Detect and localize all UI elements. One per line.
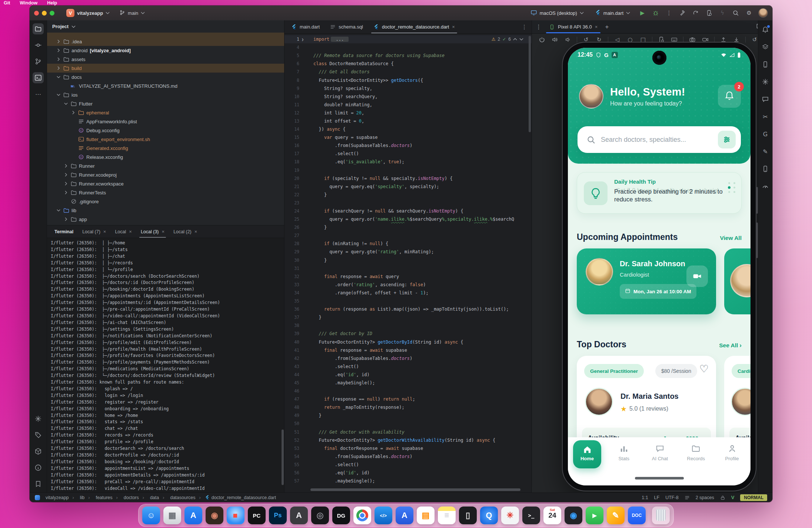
tree-item[interactable]: ios — [47, 90, 284, 99]
commit-tool-icon[interactable] — [33, 40, 44, 51]
code-line[interactable]: 41 final response = await supabase — [284, 346, 532, 354]
editor-vertical-scrollbar[interactable] — [529, 36, 531, 132]
terminal-tool-icon[interactable] — [33, 72, 44, 83]
dock-finder[interactable]: ☺ — [142, 507, 160, 524]
device-manager-icon[interactable] — [705, 9, 713, 17]
code-line[interactable]: 52 Future<DoctorEntity?> getDoctorWithAv… — [284, 436, 532, 444]
code-line[interactable]: 10 String? searchQuery, — [284, 93, 532, 101]
code-line[interactable]: 15 var query = supabase — [284, 133, 532, 141]
search-bar[interactable]: Search doctors, specialties... — [578, 126, 741, 153]
dock-terminal[interactable]: >_ — [522, 507, 540, 524]
tree-item[interactable]: Runner.xcworkspace — [47, 179, 284, 188]
code-line[interactable]: 44 .eq('id', id) — [284, 371, 532, 379]
chevron-icon[interactable] — [57, 40, 61, 43]
Home[interactable]: Home — [573, 440, 601, 468]
dock-chrome[interactable] — [353, 507, 371, 524]
asterisk-tool-icon[interactable] — [33, 413, 44, 424]
code-line[interactable]: 7 /// Get all doctors — [284, 68, 532, 76]
tree-item[interactable]: ephemeral — [47, 108, 284, 117]
terminal-tab[interactable]: Terminal × — [51, 225, 77, 238]
breadcrumb-item[interactable]: datasources — [160, 495, 195, 500]
branch-selector[interactable]: main — [116, 8, 148, 18]
user-avatar[interactable] — [758, 8, 768, 18]
code-line[interactable]: 30 } — [284, 256, 532, 264]
tree-item[interactable]: .gitignore — [47, 197, 284, 206]
dock-photoshop[interactable]: Ps — [269, 507, 287, 524]
code-line[interactable]: 57 .maybeSingle(); — [284, 477, 532, 485]
code-line[interactable]: 21 query = query.eq('specialty', special… — [284, 183, 532, 191]
code-line[interactable]: 22 } — [284, 191, 532, 199]
dock-affinity[interactable]: A — [290, 507, 308, 524]
chevron-icon[interactable] — [64, 102, 69, 106]
run-config-selector[interactable]: main.dart — [592, 8, 633, 18]
separator[interactable] — [577, 37, 577, 43]
editor-tab[interactable]: doctor_remote_datasource.dart × — [368, 20, 460, 33]
code-line[interactable]: 38 — [284, 321, 532, 330]
code-line[interactable]: 55 .select() — [284, 461, 532, 469]
assistant-chat-icon[interactable] — [760, 94, 771, 105]
code-line[interactable]: 14 }) async { — [284, 125, 532, 133]
dock-camera[interactable]: ◎ — [311, 507, 329, 524]
dock-docs[interactable]: DOC — [628, 507, 646, 524]
problems-tool-icon[interactable] — [33, 462, 44, 473]
code-line[interactable]: 18 .eq('is_available', true); — [284, 158, 532, 166]
code-line[interactable]: 27 — [284, 231, 532, 240]
dock-quicktime[interactable]: Q — [480, 507, 498, 524]
build-hammer-icon[interactable] — [678, 9, 686, 17]
sync-icon[interactable] — [692, 9, 700, 17]
code-line[interactable]: 54 .from(SupabaseTables.doctors) — [284, 452, 532, 461]
bookmarks-tool-icon[interactable] — [33, 478, 44, 489]
notifications-button[interactable]: 2 — [718, 85, 741, 108]
code-line[interactable]: 35 — [284, 297, 532, 305]
editor-horizontal-scrollbar[interactable] — [310, 488, 520, 491]
project-tool-icon[interactable] — [33, 23, 44, 34]
code-line[interactable]: 5/// Remote data source for doctors usin… — [284, 51, 532, 60]
code-line[interactable]: 6class DoctorRemoteDataSource { — [284, 60, 532, 68]
AI Chat[interactable]: AI Chat — [647, 440, 673, 468]
separator[interactable] — [745, 37, 746, 43]
dock-iphone[interactable]: ▯ — [459, 507, 477, 524]
code-line[interactable]: 42 .from(SupabaseTables.doctors) — [284, 354, 532, 362]
tree-item[interactable]: app — [47, 215, 284, 224]
tree-item[interactable]: Runner — [47, 161, 284, 170]
code-line[interactable]: 29 query = query.gte('rating', minRating… — [284, 248, 532, 256]
tree-item[interactable]: Generated.xcconfig — [47, 144, 284, 153]
code-line[interactable]: 33 .order('rating', ascending: false) — [284, 281, 532, 289]
code-line[interactable]: 46 — [284, 387, 532, 395]
menu-item[interactable]: Window — [20, 0, 37, 6]
chevron-icon[interactable] — [64, 182, 69, 186]
device-tab[interactable]: Pixel 8 API 36.0 × — [545, 20, 601, 33]
Profile[interactable]: Profile — [719, 440, 745, 468]
tree-item[interactable]: RunnerTests — [47, 188, 284, 197]
doctor-card[interactable]: General Practitioner $80 /Session ♡ Dr. … — [577, 356, 716, 449]
settings-gear-icon[interactable]: ⚙ — [745, 9, 753, 17]
terminal-tab[interactable]: Local (7) × — [79, 225, 110, 238]
gradle-icon[interactable]: G — [760, 128, 771, 140]
indent-setting[interactable]: 2 spaces — [696, 495, 714, 500]
view-all-link[interactable]: View All — [720, 235, 742, 241]
dock-keynote[interactable]: ▤ — [417, 507, 435, 524]
see-all-link[interactable]: See All› — [719, 342, 742, 349]
code-line[interactable]: 51 /// Get doctor with availability — [284, 428, 532, 436]
code-line[interactable]: 19 — [284, 166, 532, 174]
close-tab-icon[interactable]: × — [194, 229, 197, 234]
chevron-icon[interactable] — [57, 75, 61, 79]
close-tab-icon[interactable]: × — [162, 229, 165, 234]
add-device-icon[interactable]: + — [605, 23, 609, 31]
debug-button[interactable] — [652, 9, 660, 17]
layers-icon[interactable] — [760, 41, 771, 53]
caret-position[interactable]: 1:1 — [642, 495, 648, 500]
breadcrumb-item[interactable]: lib — [70, 495, 85, 500]
dock-facetime[interactable]: ▸ — [586, 507, 603, 524]
terminal-output[interactable]: I/flutter (26350): │ ├─/homeI/flutter (2… — [47, 238, 281, 492]
editor-options-icon[interactable]: ⋮ — [522, 20, 532, 33]
minimize-window-button[interactable] — [42, 11, 47, 16]
code-line[interactable]: 32 final response = await query — [284, 273, 532, 281]
code-line[interactable]: 8 Future<List<DoctorEntity>> getDoctors(… — [284, 76, 532, 84]
chevron-icon[interactable] — [57, 49, 61, 52]
tree-item[interactable]: lib — [47, 206, 284, 215]
dock-pencil[interactable]: ✎ — [607, 507, 625, 524]
code-line[interactable]: 53 final doctorResponse = await supabase — [284, 444, 532, 452]
tree-item[interactable]: .idea — [47, 37, 284, 46]
code-line[interactable]: 17 .select() — [284, 150, 532, 158]
